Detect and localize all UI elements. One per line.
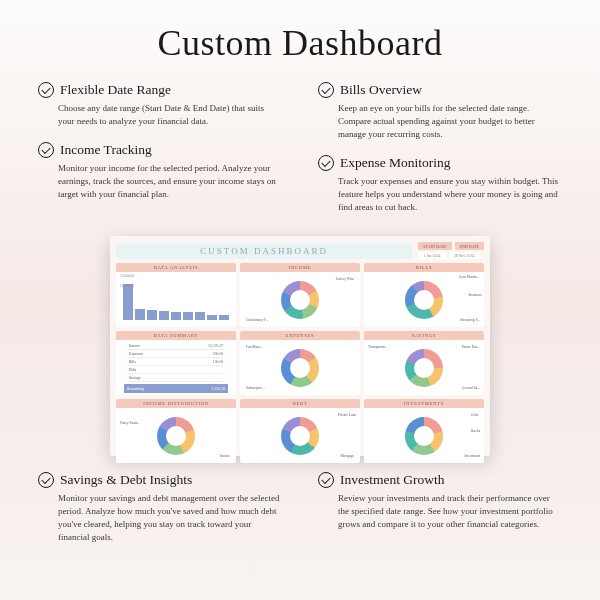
feature-desc: Choose any date range (Start Date & End …	[38, 102, 282, 128]
feature-heading: Expense Monitoring	[340, 155, 451, 171]
card-data-analysis: DATA ANALYSIS12,000.0010,000.00	[116, 263, 236, 327]
bar-chart	[121, 280, 231, 320]
top-feature-columns: Flexible Date Range Choose any date rang…	[38, 82, 562, 228]
feature-heading: Bills Overview	[340, 82, 422, 98]
feature-savings-debt: Savings & Debt Insights Monitor your sav…	[38, 472, 282, 544]
start-date-label: START DATE	[418, 242, 451, 250]
check-icon	[318, 82, 334, 98]
feature-desc: Track your expenses and ensure you stay …	[318, 175, 562, 214]
feature-flexible-date-range: Flexible Date Range Choose any date rang…	[38, 82, 282, 128]
check-icon	[38, 472, 54, 488]
card-income-distribution: INCOME DISTRIBUTIONFancy Exam...Income	[116, 399, 236, 463]
feature-heading: Flexible Date Range	[60, 82, 171, 98]
feature-income-tracking: Income Tracking Monitor your income for …	[38, 142, 282, 201]
feature-desc: Monitor your income for the selected per…	[38, 162, 282, 201]
check-icon	[38, 142, 54, 158]
card-data-summary: DATA SUMMARYIncome10,270.07Expenses200.0…	[116, 331, 236, 395]
end-date-label: END DATE	[455, 242, 484, 250]
feature-desc: Monitor your savings and debt management…	[38, 492, 282, 544]
feature-expense-monitoring: Expense Monitoring Track your expenses a…	[318, 155, 562, 214]
screenshot-title: CUSTOM DASHBOARD	[116, 243, 412, 259]
feature-heading: Income Tracking	[60, 142, 152, 158]
card-investments: INVESTMENTSGiftsStocksInvestment	[364, 399, 484, 463]
feature-bills-overview: Bills Overview Keep an eye on your bills…	[318, 82, 562, 141]
feature-heading: Savings & Debt Insights	[60, 472, 192, 488]
dashboard-screenshot: CUSTOM DASHBOARD START DATEEND DATE 1 Ja…	[110, 236, 490, 456]
check-icon	[318, 472, 334, 488]
page-title: Custom Dashboard	[38, 22, 562, 64]
feature-investment-growth: Investment Growth Review your investment…	[318, 472, 562, 531]
summary-table: Income10,270.07Expenses200.00Bills100.00…	[127, 342, 226, 382]
card-expenses: EXPENSESFun Mone...Subscriptio...	[240, 331, 360, 395]
feature-desc: Review your investments and track their …	[318, 492, 562, 531]
check-icon	[38, 82, 54, 98]
check-icon	[318, 155, 334, 171]
card-savings: SAVINGSTransportati...House Ren...Genera…	[364, 331, 484, 395]
feature-heading: Investment Growth	[340, 472, 445, 488]
card-debt: DEBTPrivate LoanMortgage	[240, 399, 360, 463]
start-date-value: 1 Jan 2024	[418, 252, 445, 259]
card-bills: BILLSGym Membe...InsuranceStreaming S...	[364, 263, 484, 327]
card-income: INCOMELottery WinsConsultancy F...	[240, 263, 360, 327]
bottom-feature-columns: Savings & Debt Insights Monitor your sav…	[38, 472, 562, 558]
end-date-value: 28 Nov 2024	[449, 252, 480, 259]
feature-desc: Keep an eye on your bills for the select…	[318, 102, 562, 141]
